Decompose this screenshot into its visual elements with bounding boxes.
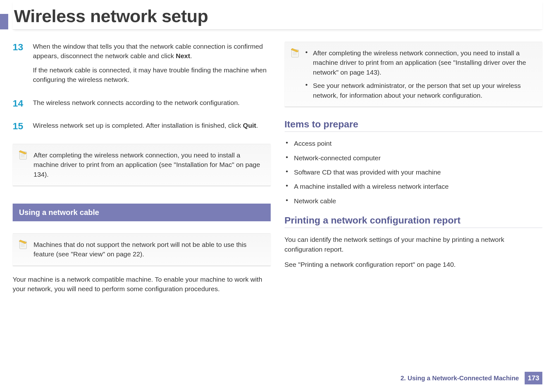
body-paragraph: You can identify the network settings of… xyxy=(285,235,543,254)
list-text: A machine installed with a wireless netw… xyxy=(294,182,543,191)
step-number: 14 xyxy=(13,98,33,112)
title-accent xyxy=(0,14,8,29)
step-number: 13 xyxy=(13,42,33,89)
bullet-dot: • xyxy=(285,168,294,177)
step-paragraph: If the network cable is connected, it ma… xyxy=(33,65,271,85)
note-box: Machines that do not support the network… xyxy=(13,233,271,266)
columns: 13 When the window that tells you that t… xyxy=(13,42,542,300)
list-item: • Network-connected computer xyxy=(285,153,543,162)
bullet-dot: • xyxy=(285,139,294,148)
bullet-text: After completing the wireless network co… xyxy=(313,48,536,77)
bullet-text: See your network administrator, or the p… xyxy=(313,81,536,100)
step-number: 15 xyxy=(13,121,33,135)
note-box: • After completing the wireless network … xyxy=(285,42,543,107)
footer-chapter: 2. Using a Network-Connected Machine xyxy=(400,375,519,382)
bullet-dot: • xyxy=(285,196,294,205)
subheading-items: Items to prepare xyxy=(285,119,543,132)
step-paragraph: The wireless network connects according … xyxy=(33,98,271,107)
note-icon xyxy=(18,239,28,249)
bullet-dot: • xyxy=(305,81,313,100)
list-text: Network-connected computer xyxy=(294,153,543,162)
list-text: Software CD that was provided with your … xyxy=(294,168,543,177)
left-column: 13 When the window that tells you that t… xyxy=(13,42,271,300)
list-item: • Access point xyxy=(285,139,543,148)
list-item: • Network cable xyxy=(285,196,543,205)
step-body: When the window that tells you that the … xyxy=(33,42,271,89)
items-list: • Access point • Network-connected compu… xyxy=(285,139,543,205)
list-text: Network cable xyxy=(294,196,543,205)
step-15: 15 Wireless network set up is completed.… xyxy=(13,121,271,135)
note-icon xyxy=(290,48,300,58)
step-13: 13 When the window that tells you that t… xyxy=(13,42,271,89)
bullet-dot: • xyxy=(285,153,294,162)
note-bullet: • See your network administrator, or the… xyxy=(305,81,536,100)
page-title: Wireless network setup xyxy=(13,6,542,26)
list-item: • A machine installed with a wireless ne… xyxy=(285,182,543,191)
step-body: The wireless network connects according … xyxy=(33,98,271,112)
note-text: Machines that do not support the network… xyxy=(34,240,264,259)
step-paragraph: When the window that tells you that the … xyxy=(33,42,271,61)
step-14: 14 The wireless network connects accordi… xyxy=(13,98,271,112)
note-text: After completing the wireless network co… xyxy=(34,150,264,179)
page-content: Wireless network setup 13 When the windo… xyxy=(0,0,555,300)
subheading-report: Printing a network configuration report xyxy=(285,215,543,228)
body-paragraph: Your machine is a network compatible mac… xyxy=(13,275,271,294)
note-box: After completing the wireless network co… xyxy=(13,144,271,186)
note-icon xyxy=(18,150,28,160)
bullet-dot: • xyxy=(305,48,313,77)
right-column: • After completing the wireless network … xyxy=(285,42,543,300)
step-body: Wireless network set up is completed. Af… xyxy=(33,121,271,135)
step-paragraph: Wireless network set up is completed. Af… xyxy=(33,121,271,130)
body-paragraph: See "Printing a network configuration re… xyxy=(285,260,543,269)
note-content: • After completing the wireless network … xyxy=(305,48,536,100)
section-heading: Using a network cable xyxy=(13,204,271,221)
list-item: • Software CD that was provided with you… xyxy=(285,168,543,177)
title-bar: Wireless network setup xyxy=(13,0,542,30)
list-text: Access point xyxy=(294,139,543,148)
note-bullet: • After completing the wireless network … xyxy=(305,48,536,77)
footer: 2. Using a Network-Connected Machine 173 xyxy=(400,372,542,384)
footer-page-number: 173 xyxy=(525,372,542,384)
bullet-dot: • xyxy=(285,182,294,191)
